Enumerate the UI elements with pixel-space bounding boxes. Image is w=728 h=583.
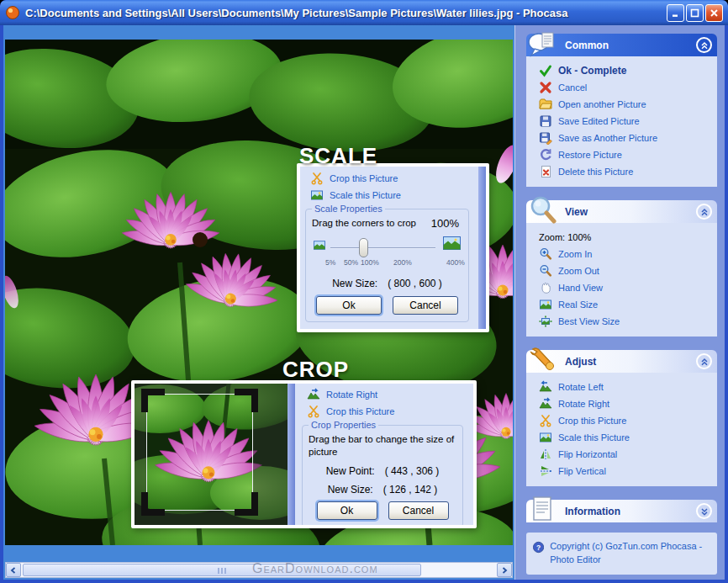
new-point-value: ( 443 , 306 ) bbox=[385, 465, 440, 477]
crop-dialog-strip bbox=[288, 384, 295, 525]
hand-icon bbox=[539, 281, 552, 294]
panel-view: View Zoom: 100% Zoom In Zoom Out Hand Vi… bbox=[526, 200, 717, 337]
window-title: C:\Documents and Settings\All Users\Docu… bbox=[25, 7, 667, 19]
sidebar-item-ok-complete[interactable]: Ok - Complete bbox=[526, 62, 717, 79]
picture-icon bbox=[539, 431, 552, 444]
crop-overlay-label: CROP bbox=[282, 357, 349, 383]
crop-handle-bottom-left[interactable] bbox=[141, 492, 165, 516]
scale-overlay-label: SCALE bbox=[299, 143, 377, 169]
panel-adjust: Adjust Rotate Left Rotate Right Crop thi… bbox=[526, 350, 717, 486]
panel-information: Information bbox=[526, 500, 717, 522]
sidebar-item-restore[interactable]: Restore Picture bbox=[526, 146, 717, 163]
crop-handle-top-left[interactable] bbox=[141, 389, 165, 412]
picture-icon bbox=[310, 188, 324, 202]
sidebar-item-save[interactable]: Save Edited Picture bbox=[526, 113, 717, 130]
dialog-item-scale-this-picture[interactable]: Scale this Picture bbox=[300, 187, 474, 204]
crop-cancel-button[interactable]: Cancel bbox=[388, 501, 449, 520]
expand-information-button[interactable] bbox=[696, 503, 712, 519]
sidebar-item-rotate-right[interactable]: Rotate Right bbox=[526, 395, 717, 412]
real-size-icon bbox=[539, 298, 552, 311]
dialog-item-rotate-right[interactable]: Rotate Right bbox=[297, 386, 468, 403]
panel-common: Common Ok - Complete Cancel Open another… bbox=[526, 34, 717, 187]
sidebar-item-flip-horizontal[interactable]: Flip Horizontal bbox=[526, 446, 717, 463]
sidebar-item-delete[interactable]: Delete this Picture bbox=[526, 163, 717, 180]
sidebar-item-zoom-out[interactable]: Zoom Out bbox=[526, 262, 717, 279]
new-size-value: ( 126 , 142 ) bbox=[383, 484, 438, 496]
new-size-label: New Size: bbox=[328, 484, 373, 496]
new-size-label: New Size: bbox=[332, 278, 377, 289]
sidebar-item-crop[interactable]: Crop this Picture bbox=[526, 412, 717, 429]
collapse-common-button[interactable] bbox=[696, 37, 712, 53]
copyright-text: Copyright (c) GozTun.com Phocasa - Photo… bbox=[550, 540, 709, 567]
collapse-adjust-button[interactable] bbox=[696, 353, 712, 369]
scroll-left-button[interactable] bbox=[6, 563, 21, 577]
open-folder-icon bbox=[539, 98, 552, 111]
crop-selection[interactable] bbox=[146, 394, 253, 511]
minimize-button[interactable] bbox=[667, 4, 684, 22]
scale-cancel-button[interactable]: Cancel bbox=[393, 296, 458, 315]
panel-title: Information bbox=[565, 506, 620, 517]
sidebar-item-hand-view[interactable]: Hand View bbox=[526, 279, 717, 296]
copyright-box: ? Copyright (c) GozTun.com Phocasa - Pho… bbox=[526, 533, 717, 575]
scale-ok-button[interactable]: Ok bbox=[316, 296, 382, 315]
crop-ok-button[interactable]: Ok bbox=[317, 501, 377, 520]
tick-100: 100% bbox=[361, 258, 379, 267]
close-icon bbox=[710, 8, 719, 18]
maximize-button[interactable] bbox=[686, 4, 704, 22]
slider-thumb[interactable] bbox=[359, 238, 368, 257]
scale-slider: 5% 50% 100% 200% 400% bbox=[312, 235, 462, 272]
slider-track[interactable] bbox=[330, 247, 435, 249]
minimize-icon bbox=[671, 8, 680, 18]
sidebar-item-save-as[interactable]: Save as Another Picture bbox=[526, 130, 717, 146]
tick-200: 200% bbox=[393, 258, 412, 267]
panel-view-header[interactable]: View bbox=[526, 200, 717, 223]
collapse-view-button[interactable] bbox=[696, 204, 712, 220]
sidebar-item-cancel[interactable]: Cancel bbox=[526, 79, 717, 96]
scale-properties-group: Scale Properties Drag the corners to cro… bbox=[305, 204, 469, 322]
sidebar-item-flip-vertical[interactable]: Flip Vertical bbox=[526, 463, 717, 480]
zoom-status: Zoom: 100% bbox=[526, 229, 717, 246]
tick-50: 50% bbox=[344, 258, 358, 267]
panel-adjust-header[interactable]: Adjust bbox=[526, 350, 717, 373]
chevron-up-icon bbox=[699, 357, 710, 367]
scale-percent: 100% bbox=[431, 217, 459, 230]
sidebar-item-rotate-left[interactable]: Rotate Left bbox=[526, 379, 717, 395]
crop-handle-bottom-right[interactable] bbox=[235, 492, 258, 516]
tick-400: 400% bbox=[446, 258, 465, 267]
chevron-right-icon bbox=[501, 567, 508, 574]
crop-handle-top-right[interactable] bbox=[235, 389, 258, 412]
sidebar-item-scale[interactable]: Scale this Picture bbox=[526, 429, 717, 446]
panel-common-header[interactable]: Common bbox=[526, 34, 717, 56]
delete-picture-icon bbox=[539, 165, 552, 178]
crop-preview bbox=[135, 384, 288, 525]
magnifier-icon bbox=[528, 195, 558, 225]
dialog-item-crop-this-picture[interactable]: Crop this Picture bbox=[300, 170, 474, 187]
zoom-in-icon bbox=[539, 247, 552, 261]
sidebar-item-open-picture[interactable]: Open another Picture bbox=[526, 96, 717, 113]
sidebar-item-best-view[interactable]: Best View Size bbox=[526, 313, 717, 330]
group-title: Crop Properties bbox=[309, 420, 378, 430]
save-icon bbox=[539, 114, 552, 128]
scale-dialog: Crop this Picture Scale this Picture Sca… bbox=[297, 163, 489, 332]
app-window: C:\Documents and Settings\All Users\Docu… bbox=[0, 0, 728, 583]
panel-information-header[interactable]: Information bbox=[526, 500, 717, 522]
dialog-item-crop-this-picture[interactable]: Crop this Picture bbox=[297, 403, 468, 420]
zoom-out-icon bbox=[539, 264, 552, 278]
panel-title: Common bbox=[565, 40, 609, 51]
scroll-right-button[interactable] bbox=[497, 563, 512, 577]
rotate-left-icon bbox=[539, 380, 552, 394]
rotate-right-icon bbox=[539, 397, 552, 411]
sidebar-item-real-size[interactable]: Real Size bbox=[526, 296, 717, 313]
red-x-icon bbox=[539, 81, 552, 94]
new-point-label: New Point: bbox=[326, 465, 375, 477]
phocasa-app-icon bbox=[5, 5, 20, 20]
save-as-icon bbox=[539, 131, 552, 145]
close-button[interactable] bbox=[705, 4, 723, 22]
large-picture-icon bbox=[443, 236, 461, 250]
sidebar-item-zoom-in[interactable]: Zoom In bbox=[526, 246, 717, 262]
restore-icon bbox=[539, 148, 552, 162]
check-icon bbox=[539, 64, 552, 77]
chevron-up-icon bbox=[699, 207, 710, 217]
title-bar[interactable]: C:\Documents and Settings\All Users\Docu… bbox=[0, 0, 728, 25]
crop-dialog-menu: Rotate Right Crop this Picture Crop Prop… bbox=[295, 384, 473, 525]
